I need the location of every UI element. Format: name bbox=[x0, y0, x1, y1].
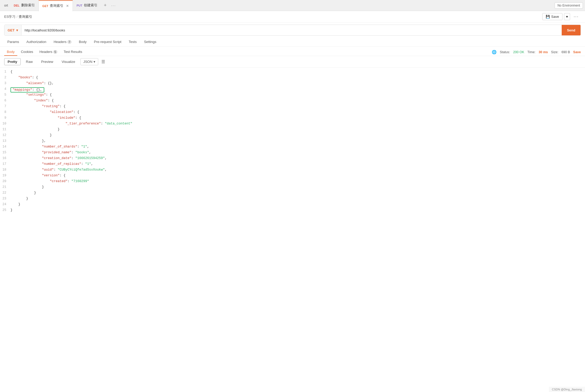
save-label: Save bbox=[551, 15, 559, 19]
line-number: 9 bbox=[0, 116, 10, 120]
line-number: 7 bbox=[0, 105, 10, 108]
preview-button[interactable]: Preview bbox=[38, 58, 56, 65]
code-viewer: 1{2 "books": {3 "aliases": {},4"mappings… bbox=[0, 68, 585, 378]
code-line: 4"mappings": {}, bbox=[0, 87, 585, 93]
line-number: 11 bbox=[0, 128, 10, 131]
req-tab-headers[interactable]: Headers7 bbox=[51, 38, 75, 46]
line-content: } bbox=[10, 133, 585, 137]
raw-button[interactable]: Raw bbox=[23, 58, 36, 65]
tab-get[interactable]: GET 查询索引 ✕ bbox=[39, 0, 73, 11]
code-line: 10 "_tier_preference": "data_content" bbox=[0, 122, 585, 127]
code-line: 24 } bbox=[0, 202, 585, 208]
tab-bar-right: No Environment bbox=[555, 2, 583, 9]
line-content: "aliases": {}, bbox=[10, 81, 585, 85]
status-code: 200 OK bbox=[513, 50, 524, 54]
save-chevron-button[interactable]: ▾ bbox=[564, 13, 570, 20]
line-number: 20 bbox=[0, 179, 10, 183]
time-value: 30 ms bbox=[539, 50, 548, 54]
size-value: 690 B bbox=[561, 50, 570, 54]
breadcrumb-separator: / bbox=[17, 15, 18, 19]
code-line: 16 "creation_date": "1666261594259", bbox=[0, 156, 585, 162]
code-line: 21 } bbox=[0, 185, 585, 191]
code-line: 25} bbox=[0, 208, 585, 214]
url-input[interactable] bbox=[21, 25, 562, 35]
visualize-button[interactable]: Visualize bbox=[58, 58, 78, 65]
code-line: 13 }, bbox=[0, 139, 585, 145]
save-response-button[interactable]: Save bbox=[573, 50, 581, 54]
line-number: 21 bbox=[0, 185, 10, 189]
code-line: 19 "version": { bbox=[0, 173, 585, 179]
line-number: 4 bbox=[0, 87, 10, 91]
code-line: 12 } bbox=[0, 133, 585, 139]
res-tab-body[interactable]: Body bbox=[4, 48, 17, 56]
headers-badge: 7 bbox=[67, 40, 72, 44]
line-number: 18 bbox=[0, 168, 10, 172]
line-number: 22 bbox=[0, 191, 10, 195]
response-tabs-bar: Body Cookies Headers5 Test Results 🌐 Sta… bbox=[0, 47, 585, 56]
res-tab-headers[interactable]: Headers5 bbox=[37, 48, 60, 56]
tab-close-icon[interactable]: ✕ bbox=[66, 4, 69, 8]
filter-icon[interactable]: ☰ bbox=[100, 58, 106, 65]
code-line: 2 "books": { bbox=[0, 75, 585, 81]
add-tab-button[interactable]: + bbox=[101, 3, 109, 8]
line-content: } bbox=[10, 191, 585, 195]
tab-put[interactable]: PUT 创建索引 bbox=[73, 0, 101, 11]
code-line: 3 "aliases": {}, bbox=[0, 81, 585, 87]
line-number: 25 bbox=[0, 208, 10, 212]
line-content: "version": { bbox=[10, 174, 585, 177]
tab-more-button[interactable]: ··· bbox=[109, 3, 118, 8]
json-label: JSON bbox=[83, 60, 92, 64]
code-line: 22 } bbox=[0, 191, 585, 197]
req-tab-tests[interactable]: Tests bbox=[125, 38, 140, 46]
res-tab-test-results[interactable]: Test Results bbox=[61, 48, 85, 56]
req-tab-params[interactable]: Params bbox=[4, 38, 22, 46]
line-content: "creation_date": "1666261594259", bbox=[10, 156, 585, 160]
line-number: 17 bbox=[0, 162, 10, 166]
line-content: "mappings": {}, bbox=[10, 87, 585, 92]
url-bar: GET ▾ Send bbox=[4, 25, 581, 36]
line-number: 10 bbox=[0, 122, 10, 126]
del-method-label: DEL bbox=[14, 4, 20, 7]
tab-del[interactable]: DEL 删除索引 bbox=[10, 0, 39, 11]
code-line: 7 "routing": { bbox=[0, 104, 585, 110]
line-content: "routing": { bbox=[10, 105, 585, 108]
json-format-select[interactable]: JSON ▾ bbox=[80, 58, 98, 65]
line-content: } bbox=[10, 128, 585, 131]
code-line: 20 "created": "7160299" bbox=[0, 179, 585, 185]
method-chevron-icon: ▾ bbox=[16, 28, 18, 32]
send-button[interactable]: Send bbox=[562, 25, 581, 35]
put-method-label: PUT bbox=[76, 4, 82, 7]
breadcrumb-actions: 💾 Save ▾ ··· bbox=[542, 13, 581, 20]
req-tab-pre-request[interactable]: Pre-request Script bbox=[91, 38, 125, 46]
req-tab-settings[interactable]: Settings bbox=[141, 38, 160, 46]
code-line: 9 "include": { bbox=[0, 116, 585, 122]
tab-bar: ort DEL 删除索引 GET 查询索引 ✕ PUT 创建索引 + ··· N… bbox=[0, 0, 585, 11]
no-environment-label[interactable]: No Environment bbox=[555, 2, 583, 9]
line-number: 24 bbox=[0, 203, 10, 206]
method-value: GET bbox=[8, 28, 15, 32]
pretty-button[interactable]: Pretty bbox=[4, 58, 21, 65]
method-select[interactable]: GET ▾ bbox=[4, 25, 21, 35]
save-icon: 💾 bbox=[546, 15, 550, 19]
json-chevron-icon: ▾ bbox=[94, 60, 95, 64]
line-content: } bbox=[10, 197, 585, 200]
code-line: 17 "number_of_replicas": "1", bbox=[0, 162, 585, 168]
res-tab-cookies[interactable]: Cookies bbox=[18, 48, 36, 56]
line-content: "uuid": "CUByCYciQfe7adSsxXoukw", bbox=[10, 168, 585, 172]
line-number: 8 bbox=[0, 110, 10, 114]
line-number: 2 bbox=[0, 76, 10, 79]
req-tab-body[interactable]: Body bbox=[76, 38, 90, 46]
line-number: 14 bbox=[0, 145, 10, 149]
line-number: 12 bbox=[0, 133, 10, 137]
line-number: 6 bbox=[0, 99, 10, 102]
get-tab-label: 查询索引 bbox=[50, 4, 63, 8]
breadcrumb: ES学习 / 查询索引 bbox=[4, 14, 32, 19]
code-line: 1{ bbox=[0, 70, 585, 75]
save-button[interactable]: 💾 Save bbox=[542, 13, 562, 20]
format-bar: Pretty Raw Preview Visualize JSON ▾ ☰ bbox=[0, 56, 585, 68]
request-tabs: Params Authorization Headers7 Body Pre-r… bbox=[0, 38, 585, 47]
res-headers-badge: 5 bbox=[53, 50, 57, 54]
globe-icon: 🌐 bbox=[492, 50, 497, 55]
req-tab-authorization[interactable]: Authorization bbox=[23, 38, 50, 46]
more-options-button[interactable]: ··· bbox=[572, 13, 581, 20]
